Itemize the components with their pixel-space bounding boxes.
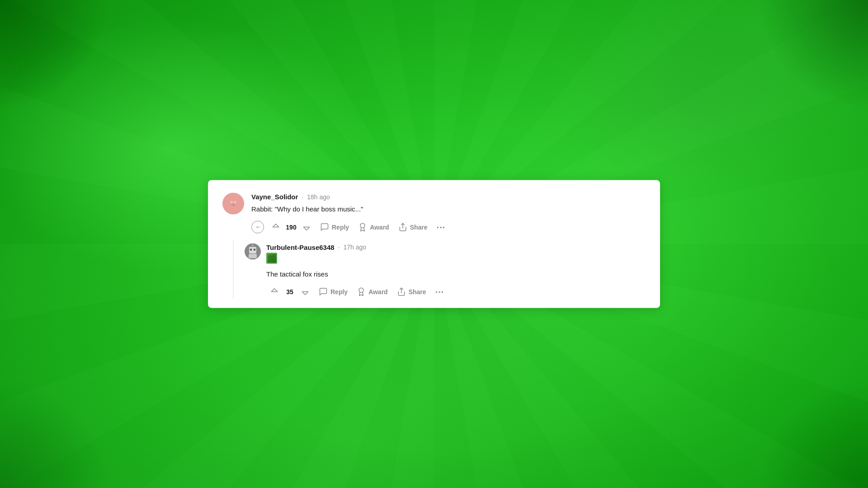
reply-share-icon xyxy=(397,287,406,296)
svg-point-8 xyxy=(236,201,239,204)
share-label: Share xyxy=(410,223,428,230)
reply-avatar xyxy=(245,243,261,259)
reply-button[interactable]: Reply xyxy=(316,220,353,234)
reply-more-options-button[interactable]: ··· xyxy=(432,285,448,299)
reply-body: Turbulent-Pause6348 · 17h ago xyxy=(266,243,646,299)
reply-comment: Turbulent-Pause6348 · 17h ago xyxy=(245,243,646,299)
reply-label: Reply xyxy=(332,223,349,230)
svg-point-19 xyxy=(252,244,254,246)
more-options-button[interactable]: ··· xyxy=(433,220,449,234)
reply-award-button[interactable]: Award xyxy=(353,285,392,299)
svg-rect-25 xyxy=(271,257,273,258)
reply-avatar-image xyxy=(245,243,261,259)
upvote-icon xyxy=(271,222,280,231)
reply-share-label: Share xyxy=(409,288,426,296)
award-icon xyxy=(358,222,367,231)
top-comment: Vayne_Solidor · 18h ago Rabbit: "Why do … xyxy=(222,193,646,235)
reply-reply-label: Reply xyxy=(330,288,348,296)
dot-separator: · xyxy=(302,193,303,200)
svg-point-3 xyxy=(231,202,232,202)
reply-actions: 35 Reply xyxy=(266,285,646,299)
minecraft-icon xyxy=(266,253,277,263)
svg-point-7 xyxy=(227,201,230,204)
reply-reply-icon xyxy=(319,287,328,296)
reply-award-label: Award xyxy=(368,288,388,296)
minecraft-badge-container xyxy=(266,253,646,269)
top-comment-body: Vayne_Solidor · 18h ago Rabbit: "Why do … xyxy=(251,193,646,235)
share-icon xyxy=(398,222,407,231)
svg-rect-23 xyxy=(268,255,270,257)
svg-rect-17 xyxy=(254,249,255,250)
award-label: Award xyxy=(370,223,389,230)
top-vote-count: 190 xyxy=(286,223,297,230)
reply-upvote-icon xyxy=(270,287,279,296)
reply-text: The tactical fox rises xyxy=(266,269,646,279)
svg-point-4 xyxy=(235,202,236,202)
reply-vote-count: 35 xyxy=(284,288,295,296)
svg-point-9 xyxy=(230,205,237,211)
downvote-button[interactable] xyxy=(298,220,315,234)
svg-rect-21 xyxy=(251,253,254,254)
avatar xyxy=(222,193,244,215)
avatar-image xyxy=(225,196,241,212)
collapse-button[interactable]: − xyxy=(251,221,264,233)
comment-card: Vayne_Solidor · 18h ago Rabbit: "Why do … xyxy=(208,180,660,308)
top-comment-text: Rabbit: "Why do I hear boss music..." xyxy=(251,204,646,215)
svg-rect-16 xyxy=(250,249,251,250)
top-comment-actions: − 190 xyxy=(251,220,646,234)
downvote-icon xyxy=(302,222,311,231)
reply-downvote-icon xyxy=(301,287,310,296)
reply-timestamp: 17h ago xyxy=(344,244,367,251)
reply-reply-button[interactable]: Reply xyxy=(315,285,351,299)
top-comment-username: Vayne_Solidor xyxy=(251,193,298,201)
reply-username: Turbulent-Pause6348 xyxy=(266,243,335,251)
share-button[interactable]: Share xyxy=(395,220,431,234)
top-comment-meta: Vayne_Solidor · 18h ago xyxy=(251,193,646,201)
reply-section: Turbulent-Pause6348 · 17h ago xyxy=(234,239,646,299)
svg-rect-24 xyxy=(274,255,275,257)
svg-rect-26 xyxy=(269,258,271,260)
reply-share-button[interactable]: Share xyxy=(393,285,430,299)
reply-dot: · xyxy=(338,244,340,251)
minecraft-badge xyxy=(266,253,277,263)
svg-rect-28 xyxy=(271,260,273,261)
top-comment-timestamp: 18h ago xyxy=(307,193,330,200)
award-button[interactable]: Award xyxy=(354,220,393,234)
reply-meta: Turbulent-Pause6348 · 17h ago xyxy=(266,243,646,251)
reply-icon xyxy=(320,222,329,231)
svg-point-29 xyxy=(359,288,363,292)
upvote-button[interactable] xyxy=(268,220,284,234)
reply-award-icon xyxy=(357,287,366,296)
svg-point-10 xyxy=(360,223,365,228)
thread-container: Turbulent-Pause6348 · 17h ago xyxy=(222,239,646,299)
reply-downvote-button[interactable] xyxy=(297,285,313,299)
reply-upvote-button[interactable] xyxy=(266,285,283,299)
svg-point-6 xyxy=(233,196,234,197)
svg-rect-27 xyxy=(273,258,274,260)
svg-rect-22 xyxy=(266,253,277,263)
